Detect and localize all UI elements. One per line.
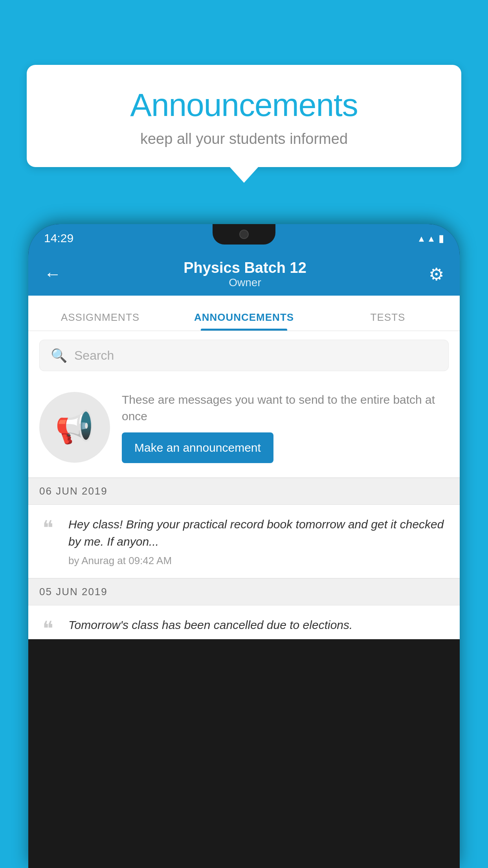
- date-separator-2: 05 JUN 2019: [28, 578, 460, 605]
- tab-bar: ASSIGNMENTS ANNOUNCEMENTS TESTS: [28, 296, 460, 331]
- search-container: 🔍 Search: [28, 331, 460, 380]
- make-announcement-button[interactable]: Make an announcement: [122, 432, 273, 463]
- megaphone-icon: 📢: [55, 409, 94, 446]
- tab-announcements[interactable]: ANNOUNCEMENTS: [172, 311, 316, 331]
- app-bar-subtitle: Owner: [73, 276, 417, 289]
- app-bar-title: Physics Batch 12: [73, 259, 417, 276]
- settings-button[interactable]: ⚙: [425, 260, 448, 288]
- promo-right: These are messages you want to send to t…: [122, 392, 449, 463]
- announcement-item-2: ❝ Tomorrow's class has been cancelled du…: [28, 605, 460, 639]
- bubble-title: Announcements: [50, 86, 438, 123]
- back-button[interactable]: ←: [40, 260, 65, 288]
- app-bar-title-group: Physics Batch 12 Owner: [73, 259, 417, 289]
- search-placeholder: Search: [74, 348, 114, 363]
- announcement-meta-1: by Anurag at 09:42 AM: [68, 555, 449, 567]
- status-icons: ▴ ▴ ▮: [419, 232, 444, 245]
- app-bar: ← Physics Batch 12 Owner ⚙: [28, 252, 460, 296]
- announcement-text-2: Tomorrow's class has been cancelled due …: [68, 616, 449, 634]
- quote-icon-2: ❝: [36, 619, 60, 639]
- search-bar[interactable]: 🔍 Search: [39, 340, 449, 371]
- notch: [213, 224, 275, 245]
- promo-area: 📢 These are messages you want to send to…: [28, 380, 460, 478]
- announcement-text-1: Hey class! Bring your practical record b…: [68, 516, 449, 550]
- speech-bubble-section: Announcements keep all your students inf…: [27, 65, 461, 183]
- speech-bubble-tail: [229, 166, 259, 183]
- battery-icon: ▮: [438, 232, 444, 245]
- status-bar: 14:29 ▴ ▴ ▮: [28, 224, 460, 252]
- tab-assignments[interactable]: ASSIGNMENTS: [28, 311, 172, 331]
- promo-icon-circle: 📢: [39, 392, 110, 463]
- date-separator-1: 06 JUN 2019: [28, 478, 460, 505]
- phone-frame: 14:29 ▴ ▴ ▮ ← Physics Batch 12 Owner ⚙ A…: [28, 224, 460, 868]
- announcement-content-1: Hey class! Bring your practical record b…: [68, 516, 449, 567]
- tab-tests[interactable]: TESTS: [316, 311, 460, 331]
- signal-icon: ▴: [429, 232, 434, 245]
- announcement-content-2: Tomorrow's class has been cancelled due …: [68, 616, 449, 638]
- bubble-subtitle: keep all your students informed: [50, 131, 438, 147]
- speech-bubble-card: Announcements keep all your students inf…: [27, 65, 461, 167]
- notch-camera: [239, 230, 249, 239]
- quote-icon-1: ❝: [36, 518, 60, 539]
- screen-content: 🔍 Search 📢 These are messages you want t…: [28, 331, 460, 639]
- announcement-item-1: ❝ Hey class! Bring your practical record…: [28, 505, 460, 578]
- search-icon: 🔍: [51, 348, 67, 363]
- promo-description: These are messages you want to send to t…: [122, 392, 449, 425]
- wifi-icon: ▴: [419, 232, 424, 245]
- status-time: 14:29: [44, 232, 73, 245]
